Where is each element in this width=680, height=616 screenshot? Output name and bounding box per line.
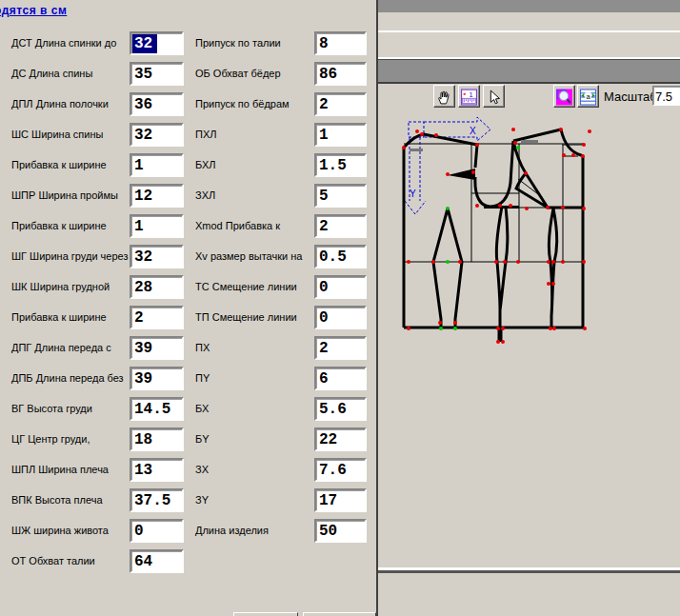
magnifier-icon (554, 89, 574, 106)
middle-label-8: ТС Смещение линии (195, 281, 297, 292)
left-input-14[interactable] (130, 458, 184, 482)
scale-input[interactable] (652, 86, 680, 106)
red-point (549, 327, 552, 330)
middle-input-6[interactable] (314, 214, 367, 238)
left-label-15: ВПК Высота плеча (11, 494, 103, 506)
bottom-button-2[interactable] (303, 612, 376, 616)
green-point (446, 207, 450, 210)
middle-label-12: БХ (195, 403, 209, 414)
middle-label-7: Xv размер вытачки на (195, 250, 302, 262)
middle-input-7[interactable] (314, 245, 367, 268)
middle-label-2: Припуск по бёдрам (195, 98, 290, 109)
green-point (446, 260, 450, 264)
left-label-13: ЦГ Центр груди, (11, 433, 90, 445)
middle-input-14[interactable] (314, 458, 367, 482)
left-input-16[interactable] (130, 519, 184, 543)
left-input-2[interactable] (130, 92, 184, 116)
zoom-preview-button[interactable] (553, 85, 575, 108)
pattern-canvas[interactable]: X Y (378, 109, 680, 571)
red-point (501, 327, 505, 330)
left-input-13[interactable] (130, 427, 184, 451)
left-input-3[interactable] (130, 123, 184, 147)
header-strip-1 (378, 12, 680, 30)
middle-label-10: ПХ (195, 342, 210, 353)
red-point (475, 143, 479, 147)
middle-input-13[interactable] (314, 427, 367, 451)
hand-tool-button[interactable] (433, 85, 455, 108)
red-point (513, 141, 517, 145)
middle-input-10[interactable] (314, 336, 367, 360)
left-label-9: Прибавка к ширине (11, 311, 107, 323)
left-label-12: ВГ Высота груди (11, 403, 92, 414)
middle-label-16: Длина изделия (195, 525, 269, 536)
red-point (581, 154, 585, 158)
middle-input-15[interactable] (314, 488, 367, 512)
left-input-1[interactable] (130, 62, 184, 86)
middle-input-5[interactable] (314, 184, 367, 208)
red-point (471, 170, 475, 174)
gray-bar-shadow (378, 82, 680, 84)
red-point (561, 206, 565, 209)
ruler-tool-button[interactable]: 1 (458, 85, 480, 108)
left-input-5[interactable] (130, 184, 184, 208)
left-input-0[interactable] (130, 31, 184, 55)
pointer-icon (484, 89, 504, 106)
middle-input-1[interactable] (314, 62, 367, 86)
left-input-17[interactable] (130, 549, 184, 573)
left-label-7: ШГ Ширина груди через (11, 250, 128, 262)
left-label-16: ШЖ ширина живота (11, 525, 109, 536)
middle-input-11[interactable] (314, 367, 367, 390)
middle-input-2[interactable] (314, 92, 367, 116)
middle-input-8[interactable] (314, 275, 367, 299)
middle-input-9[interactable] (314, 306, 367, 329)
green-point (439, 327, 443, 330)
left-input-4[interactable] (130, 153, 184, 177)
tiny-annotation-1 (410, 149, 423, 151)
left-input-9[interactable] (130, 306, 184, 329)
pattern-lines (404, 129, 584, 342)
left-input-11[interactable] (130, 367, 184, 390)
middle-label-9: ТП Смещение линии (195, 311, 297, 323)
left-label-8: ШК Ширина грудной (11, 281, 110, 292)
left-input-8[interactable] (130, 275, 184, 299)
middle-label-11: ПY (195, 372, 210, 384)
red-point (503, 260, 507, 264)
middle-label-3: ПХЛ (195, 129, 216, 140)
pointer-tool-button[interactable] (483, 85, 505, 108)
red-point (434, 133, 438, 137)
red-point (420, 132, 424, 136)
left-input-7[interactable] (130, 245, 184, 268)
left-label-14: ШПЛ Ширина плеча (11, 464, 109, 475)
middle-input-16[interactable] (314, 519, 367, 543)
middle-label-0: Припуск по талии (195, 37, 281, 49)
bottom-button-1[interactable] (233, 612, 298, 616)
text-scale-icon: a (578, 89, 598, 106)
left-input-12[interactable] (130, 397, 184, 421)
red-point (562, 153, 566, 157)
red-point (525, 207, 529, 210)
red-point (516, 260, 520, 264)
scale-label: Масштаб (604, 89, 657, 104)
middle-input-0[interactable] (314, 31, 367, 55)
red-point (494, 260, 498, 264)
left-input-6[interactable] (130, 214, 184, 238)
units-link[interactable]: одятся в см (0, 4, 67, 17)
text-scale-button[interactable]: a (577, 85, 599, 108)
left-input-10[interactable] (130, 336, 184, 360)
top-band (378, 0, 680, 12)
middle-input-12[interactable] (314, 397, 367, 421)
left-label-0: ДСТ Длина спинки до (11, 37, 116, 49)
red-point (524, 171, 528, 175)
gray-bar (378, 60, 680, 82)
left-input-15[interactable] (130, 488, 184, 512)
middle-input-4[interactable] (314, 153, 367, 177)
middle-input-3[interactable] (314, 123, 367, 147)
red-point (582, 143, 586, 147)
svg-text:1: 1 (470, 90, 473, 99)
red-point (498, 204, 502, 208)
middle-label-5: ЗХЛ (195, 189, 215, 201)
left-label-3: ШС Ширина спины (11, 129, 103, 140)
red-point (571, 153, 575, 157)
red-point (438, 321, 442, 325)
middle-label-1: ОБ Обхват бёдер (195, 68, 281, 79)
